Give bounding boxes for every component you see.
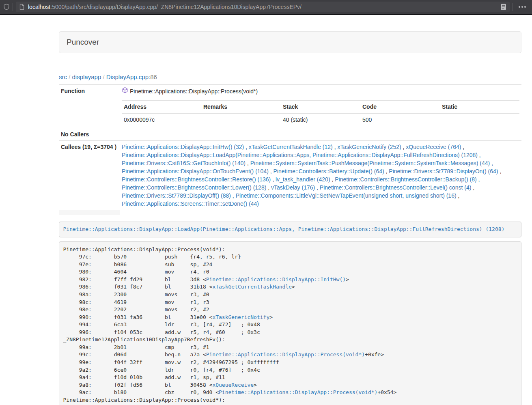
toolbar-divider (13, 3, 13, 11)
callee-link[interactable]: xQueueReceive (764) (406, 144, 461, 150)
callee-separator: , (490, 160, 493, 166)
overflow-menu-icon[interactable] (516, 6, 529, 8)
callee-separator: , (457, 192, 460, 199)
no-callers-row: No Callers (59, 128, 521, 141)
breadcrumb-separator: / (101, 73, 106, 80)
column-remarks: Remarks (201, 101, 281, 114)
column-static: Static (440, 101, 519, 114)
callee-link[interactable]: Pinetime::Controllers::BrightnessControl… (122, 184, 266, 191)
empty-cell (120, 210, 521, 215)
cube-icon (122, 87, 128, 96)
callee-separator: , (271, 176, 276, 183)
empty-header-cell (59, 98, 120, 128)
app-header-panel: Puncover (59, 31, 521, 53)
column-stack: Stack (281, 101, 360, 114)
callee-link[interactable]: Pinetime::Applications::Screens::Timer::… (122, 200, 259, 207)
callee-link[interactable]: Pinetime::Controllers::BrightnessControl… (122, 176, 271, 183)
column-address: Address (122, 101, 201, 114)
callers-cell (120, 128, 521, 141)
static-value (440, 113, 519, 126)
callee-separator: , (461, 144, 464, 150)
callee-separator: , (330, 176, 335, 183)
disassembly-block: Pinetime::Applications::DisplayApp::Proc… (59, 241, 521, 405)
empty-header-cell (59, 210, 120, 215)
callee-link[interactable]: xTaskGetCurrentTaskHandle (12) (249, 144, 333, 150)
column-code: Code (360, 101, 440, 114)
page-icon (19, 4, 25, 10)
address-value: 0x0000097c (122, 113, 201, 126)
function-name: Pinetime::Applications::DisplayApp::Proc… (130, 87, 258, 95)
code-symbol-link[interactable]: Pinetime::Applications::DisplayApp::Proc… (219, 389, 377, 395)
callee-link[interactable]: Pinetime::System::SystemTask::PushMessag… (250, 160, 490, 166)
callee-separator: , (266, 184, 271, 191)
callee-link[interactable]: vTaskDelay (176) (271, 184, 315, 191)
code-symbol-link[interactable]: xTaskGenericNotify (212, 314, 269, 320)
function-table: Function Pinetime::Applications::Display… (59, 84, 521, 215)
callee-link[interactable]: Pinetime::Applications::DisplayApp::Load… (122, 152, 478, 158)
callee-separator: , (478, 152, 481, 158)
callee-link[interactable]: Pinetime::Components::LittleVgl::SetNewT… (236, 192, 457, 199)
callee-separator: , (471, 184, 474, 191)
callee-separator: , (269, 168, 274, 174)
callee-link[interactable]: Pinetime::Drivers::Cst816S::GetTouchInfo… (122, 160, 246, 166)
code-symbol-link[interactable]: Pinetime::Applications::DisplayApp::Init… (206, 276, 346, 282)
remarks-value (201, 113, 281, 126)
callee-link[interactable]: Pinetime::Controllers::BrightnessControl… (320, 184, 471, 191)
stats-header-row: Address Remarks Stack Code Static (122, 101, 519, 114)
url-text: localhost:5000/path/src/displayapp/Displ… (28, 4, 500, 10)
function-row: Function Pinetime::Applications::Display… (59, 85, 521, 98)
selected-callee-box: Pinetime::Applications::DisplayApp::Load… (59, 222, 521, 238)
callee-separator: , (498, 168, 502, 174)
reader-view-icon[interactable] (500, 3, 506, 11)
breadcrumb-link[interactable]: displayapp (72, 73, 101, 80)
url-host: localhost (28, 4, 50, 10)
breadcrumb-link[interactable]: DisplayApp.cpp (106, 73, 149, 80)
callee-separator: , (384, 168, 389, 174)
callee-link[interactable]: Pinetime::Applications::DisplayApp::OnTo… (122, 168, 269, 174)
callees-label: Callees (19, Σ=3704 ) (59, 141, 120, 210)
url-bar[interactable]: localhost:5000/path/src/displayapp/Displ… (16, 2, 510, 12)
breadcrumb-link[interactable]: src (59, 73, 67, 80)
callees-list: Pinetime::Applications::DisplayApp::Init… (120, 141, 521, 210)
callee-separator: , (244, 144, 249, 150)
callee-separator: , (477, 176, 480, 183)
callee-link[interactable]: Pinetime::Applications::DisplayApp::Init… (122, 144, 244, 150)
toolbar-divider (513, 3, 513, 11)
stats-value-row: 0x0000097c 40 (static) 500 (122, 113, 519, 126)
callee-link[interactable]: Pinetime::Drivers::St7789::DisplayOff() … (122, 192, 231, 199)
breadcrumb-line-number: :86 (149, 73, 157, 80)
callee-separator: , (231, 192, 236, 199)
function-label: Function (59, 85, 120, 98)
code-symbol-link[interactable]: xTaskGetCurrentTaskHandle (212, 284, 292, 290)
code-value: 500 (360, 113, 440, 126)
callee-separator: , (246, 160, 250, 166)
table-empty-row (59, 210, 521, 215)
function-stats-table: Address Remarks Stack Code Static 0x0000… (122, 100, 519, 126)
code-symbol-link[interactable]: Pinetime::Applications::DisplayApp::Proc… (206, 351, 365, 358)
stack-value: 40 (static) (281, 113, 360, 126)
callees-row: Callees (19, Σ=3704 ) Pinetime::Applicat… (59, 141, 521, 210)
page-content: Puncover src / displayapp / DisplayApp.c… (59, 15, 521, 405)
callee-link[interactable]: Pinetime::Controllers::BrightnessControl… (335, 176, 476, 183)
callee-link[interactable]: Pinetime::Controllers::Battery::Update()… (274, 168, 384, 174)
breadcrumb: src / displayapp / DisplayApp.cpp:86 (59, 73, 521, 80)
breadcrumb-separator: / (67, 73, 72, 80)
callee-link[interactable]: xTaskGenericNotify (252) (337, 144, 401, 150)
shield-icon[interactable] (3, 4, 10, 10)
function-details-row: Address Remarks Stack Code Static 0x0000… (59, 98, 521, 128)
callee-separator: , (315, 184, 320, 191)
callee-separator: , (333, 144, 338, 150)
callee-link[interactable]: lv_task_handler (420) (276, 176, 330, 183)
selected-callee-link[interactable]: Pinetime::Applications::DisplayApp::Load… (63, 226, 505, 232)
code-symbol-link[interactable]: xQueueReceive (212, 382, 254, 388)
page-title: Puncover (67, 38, 99, 46)
browser-toolbar: localhost:5000/path/src/displayapp/Displ… (0, 0, 532, 14)
callee-link[interactable]: Pinetime::Drivers::St7789::DisplayOn() (… (389, 168, 498, 174)
no-callers-label: No Callers (59, 128, 120, 141)
callee-separator: , (401, 144, 406, 150)
url-path: :5000/path/src/displayapp/DisplayApp.cpp… (50, 4, 302, 10)
